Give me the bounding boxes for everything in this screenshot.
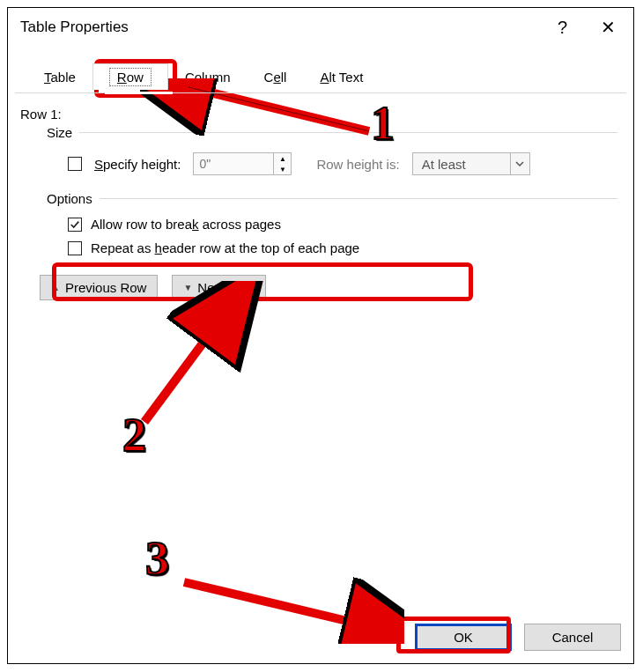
tab-row[interactable]: Row bbox=[92, 63, 168, 90]
spinner-arrows[interactable]: ▲ ▼ bbox=[273, 153, 291, 174]
next-row-button[interactable]: ▼ Next Row bbox=[172, 275, 266, 300]
row-height-is-label: Row height is: bbox=[316, 157, 399, 172]
size-group-label: Size bbox=[47, 125, 621, 140]
options-group: Allow row to break across pages Repeat a… bbox=[68, 217, 621, 255]
close-icon[interactable]: ✕ bbox=[592, 13, 625, 41]
spinner-up-icon[interactable]: ▲ bbox=[274, 153, 291, 164]
tab-alt-text[interactable]: Alt Text bbox=[303, 63, 380, 90]
cancel-button[interactable]: Cancel bbox=[524, 624, 621, 651]
size-group: Specify height: ▲ ▼ Row height is: At le… bbox=[68, 152, 621, 175]
tabstrip: Table Row Column Cell Alt Text bbox=[27, 63, 633, 89]
previous-row-button[interactable]: ▲ Previous Row bbox=[40, 275, 158, 300]
specify-height-checkbox[interactable] bbox=[68, 157, 82, 171]
height-spinner[interactable]: ▲ ▼ bbox=[193, 152, 292, 175]
dialog-title: Table Properties bbox=[20, 18, 129, 36]
specify-height-label[interactable]: Specify height: bbox=[94, 157, 181, 172]
triangle-down-icon: ▼ bbox=[183, 283, 192, 292]
table-properties-dialog: Table Properties ? ✕ Table Row Column Ce… bbox=[7, 7, 634, 664]
chevron-down-icon[interactable] bbox=[510, 153, 529, 174]
tab-table[interactable]: Table bbox=[27, 63, 92, 90]
triangle-up-icon: ▲ bbox=[51, 283, 60, 292]
row-heading: Row 1: bbox=[20, 107, 621, 122]
allow-break-checkbox[interactable] bbox=[68, 218, 82, 232]
help-icon[interactable]: ? bbox=[558, 18, 567, 38]
tab-cell[interactable]: Cell bbox=[248, 63, 304, 90]
repeat-header-label[interactable]: Repeat as header row at the top of each … bbox=[91, 240, 359, 255]
row-height-mode-combo[interactable]: At least bbox=[412, 152, 530, 175]
repeat-header-checkbox[interactable] bbox=[68, 241, 82, 255]
titlebar: Table Properties ? ✕ bbox=[8, 8, 633, 47]
row-nav: ▲ Previous Row ▼ Next Row bbox=[40, 275, 621, 300]
title-controls: ? ✕ bbox=[558, 13, 625, 41]
tab-content-row: Row 1: Size Specify height: ▲ ▼ Row heig… bbox=[20, 103, 621, 610]
spinner-down-icon[interactable]: ▼ bbox=[274, 164, 291, 174]
tab-column[interactable]: Column bbox=[168, 63, 248, 90]
allow-break-label[interactable]: Allow row to break across pages bbox=[91, 217, 281, 232]
ok-button[interactable]: OK bbox=[415, 624, 512, 651]
dialog-footer: OK Cancel bbox=[415, 624, 621, 651]
options-group-label: Options bbox=[47, 191, 621, 206]
row-height-mode-value: At least bbox=[413, 157, 510, 172]
height-input[interactable] bbox=[194, 153, 273, 174]
